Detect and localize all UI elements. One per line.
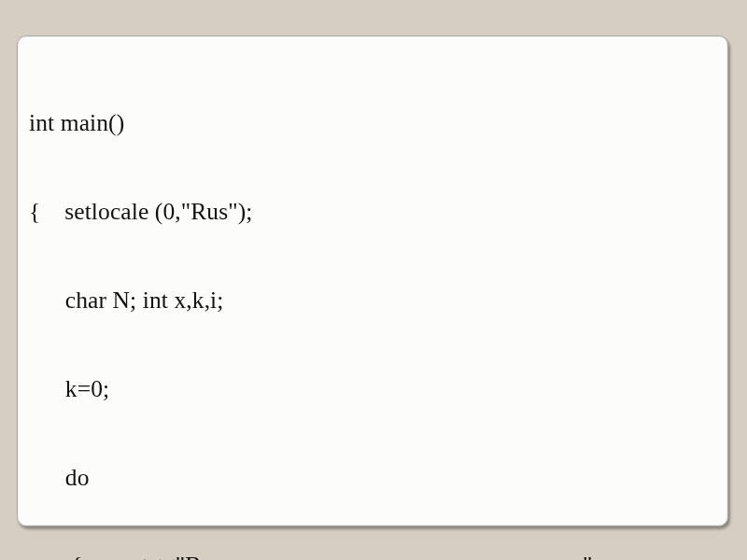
code-block: int main() { setlocale (0,"Rus"); char N… xyxy=(29,49,716,560)
code-card: int main() { setlocale (0,"Rus"); char N… xyxy=(17,35,728,526)
code-line: k=0; xyxy=(29,374,716,404)
code-line: { setlocale (0,"Rus"); xyxy=(29,197,716,227)
code-line: int main() xyxy=(29,108,716,138)
code-line: do xyxy=(29,463,716,493)
code-line: char N; int x,k,i; xyxy=(29,286,716,315)
code-line: { cout<<"Введите элемент последовательно… xyxy=(29,551,716,560)
